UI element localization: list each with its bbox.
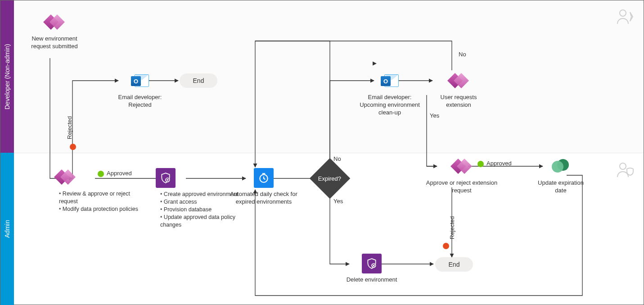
review-bullets: Review & approve or reject request Modif…: [59, 190, 140, 213]
outlook-icon: O: [131, 72, 149, 90]
edge-label-ext-yes: Yes: [430, 112, 439, 119]
node-user-requests-extension: User requests extension: [427, 72, 490, 109]
persona-admin-icon: [616, 162, 635, 179]
powerapps-icon: [44, 13, 65, 31]
node-daily-check: Automated daily check for expired enviro…: [230, 168, 297, 206]
end-pill: End: [435, 257, 473, 272]
edge-label-ext-no: No: [459, 51, 466, 58]
lane-strip: Developer (Non-admin) Admin: [0, 0, 14, 305]
powerapps-icon: [451, 157, 473, 175]
node-end-2: End: [432, 257, 477, 272]
node-label: Automated daily check for expired enviro…: [230, 191, 297, 206]
node-expired-decision: Expired?: [315, 164, 344, 193]
edge-label-expired-yes: Yes: [333, 198, 343, 205]
shield-icon: [156, 168, 176, 188]
lane-label-developer: Developer (Non-admin): [0, 0, 14, 153]
status-dot-approved: [98, 171, 104, 177]
node-email-cleanup: O Email developer: Upcoming environment …: [356, 72, 423, 117]
node-update-expiration: Update expiration date: [531, 157, 590, 195]
node-label: Update expiration date: [531, 179, 590, 195]
node-create-env: Create approved environment Grant access…: [156, 168, 241, 228]
svg-point-1: [620, 163, 626, 169]
node-new-request: New environment request submitted: [25, 13, 84, 50]
end-pill: End: [180, 73, 218, 88]
node-label: Delete environment: [333, 276, 410, 284]
persona-developer-icon: [616, 9, 635, 26]
shield-delete-icon: [362, 254, 382, 273]
status-dot-ext-approved: [477, 161, 484, 167]
node-label: Approve or reject extension request: [426, 179, 498, 195]
node-label: Email developer: Rejected: [108, 94, 171, 109]
lane-label-admin: Admin: [0, 153, 14, 305]
svg-point-0: [620, 10, 626, 16]
powerapps-icon: [54, 168, 76, 186]
clock-automate-icon: [254, 168, 274, 188]
node-end-1: End: [176, 73, 221, 88]
dataverse-icon: [552, 157, 570, 175]
node-email-rejected: O Email developer: Rejected: [108, 72, 171, 109]
status-dot-rejected: [70, 144, 76, 150]
edge-label-approved: Approved: [107, 170, 132, 177]
diamond-icon: Expired?: [310, 158, 351, 199]
status-dot-ext-rejected: [443, 243, 449, 249]
edge-label-expired-no: No: [333, 155, 341, 162]
node-label: User requests extension: [427, 94, 490, 109]
node-label: New environment request submitted: [25, 35, 84, 50]
outlook-icon: O: [381, 72, 399, 90]
powerapps-icon: [448, 72, 469, 90]
edge-label-ext-rejected: Rejected: [449, 216, 455, 239]
diagram-canvas: Developer (Non-admin) Admin: [0, 0, 644, 305]
node-delete-env: Delete environment: [333, 254, 410, 284]
create-env-bullets: Create approved environment Grant access…: [160, 191, 241, 228]
edge-label-ext-approved: Approved: [486, 160, 512, 167]
node-label: Email developer: Upcoming environment cl…: [356, 94, 423, 117]
edge-label-rejected: Rejected: [66, 116, 73, 139]
